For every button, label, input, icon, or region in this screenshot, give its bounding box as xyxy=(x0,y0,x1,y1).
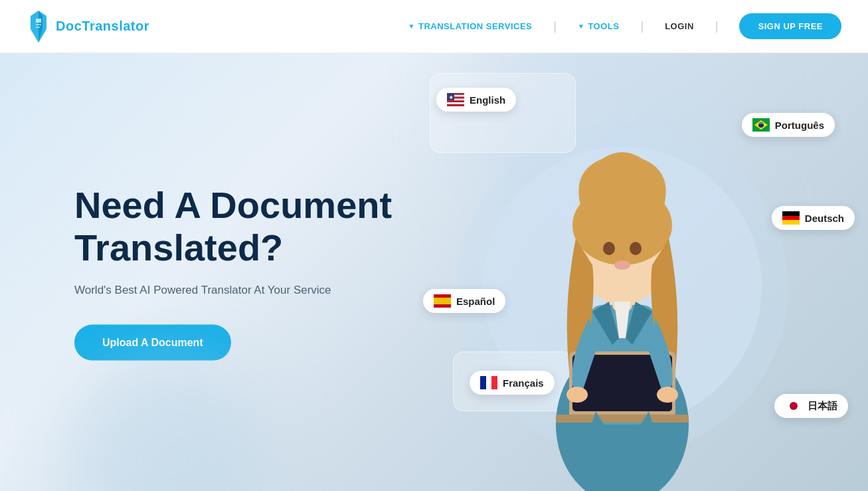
lang-chip-english: ★ English xyxy=(436,88,516,112)
lang-chip-francais: Français xyxy=(470,371,555,395)
lang-label-francais: Français xyxy=(503,377,544,389)
lang-label-deutsch: Deutsch xyxy=(805,213,844,224)
svg-rect-36 xyxy=(480,376,486,389)
logo-icon xyxy=(27,9,50,44)
svg-point-40 xyxy=(790,402,798,410)
svg-point-7 xyxy=(614,260,630,270)
hero-right: ★ English Português xyxy=(416,53,828,491)
hero-section: Need A Document Translated? World's Best… xyxy=(0,53,868,491)
svg-rect-29 xyxy=(782,216,800,220)
svg-rect-10 xyxy=(556,415,689,423)
svg-rect-33 xyxy=(434,298,451,304)
nav-separator-3: | xyxy=(715,19,719,33)
lang-chip-deutsch: Deutsch xyxy=(772,206,855,230)
lang-chip-japanese: 日本語 xyxy=(774,394,848,418)
flag-portuguese xyxy=(752,118,770,132)
chevron-tools-icon: ▼ xyxy=(578,23,584,30)
flag-francais xyxy=(480,376,497,389)
hero-title: Need A Document Translated? xyxy=(74,183,392,269)
svg-rect-20 xyxy=(447,104,464,106)
logo-text: DocTranslator xyxy=(56,19,149,34)
svg-rect-35 xyxy=(434,304,451,308)
logo[interactable]: DocTranslator xyxy=(27,9,149,44)
upload-button[interactable]: Upload A Document xyxy=(74,325,231,361)
svg-point-11 xyxy=(566,387,588,403)
nav-login[interactable]: LOGIN xyxy=(665,21,694,31)
svg-rect-34 xyxy=(434,294,451,298)
svg-rect-18 xyxy=(447,100,464,102)
svg-point-5 xyxy=(603,242,615,255)
lang-chip-espanol: Español xyxy=(423,289,505,313)
signup-button[interactable]: SIGN UP FREE xyxy=(739,13,841,39)
flag-japanese xyxy=(785,399,802,413)
hero-left: Need A Document Translated? World's Best… xyxy=(74,183,392,361)
svg-rect-30 xyxy=(782,220,800,225)
chevron-icon: ▼ xyxy=(408,23,415,30)
translation-services-label: TRANSLATION SERVICES xyxy=(418,21,532,31)
tools-label: TOOLS xyxy=(588,21,619,31)
nav-separator-2: | xyxy=(640,19,644,33)
nav-translation-services[interactable]: ▼ TRANSLATION SERVICES xyxy=(408,21,533,31)
flag-english: ★ xyxy=(447,93,464,106)
nav-separator-1: | xyxy=(553,19,557,33)
hero-title-line2: Translated? xyxy=(74,227,283,268)
svg-rect-38 xyxy=(491,376,497,389)
lang-label-portuguese: Português xyxy=(775,120,824,131)
svg-rect-19 xyxy=(447,102,464,104)
svg-point-6 xyxy=(630,242,642,255)
nav-links: ▼ TRANSLATION SERVICES | ▼ TOOLS | LOGIN… xyxy=(408,13,841,39)
lang-label-espanol: Español xyxy=(456,296,495,307)
svg-point-12 xyxy=(657,387,678,403)
lang-label-english: English xyxy=(470,94,505,106)
hero-subtitle: World's Best AI Powered Translator At Yo… xyxy=(74,284,392,297)
flag-deutsch xyxy=(782,211,800,225)
navbar: DocTranslator ▼ TRANSLATION SERVICES | ▼… xyxy=(0,0,868,53)
nav-tools[interactable]: ▼ TOOLS xyxy=(578,21,619,31)
svg-rect-28 xyxy=(782,211,800,216)
ai-woman-figure xyxy=(509,92,735,491)
svg-text:★: ★ xyxy=(449,95,454,100)
svg-rect-37 xyxy=(486,376,491,389)
flag-espanol xyxy=(434,294,451,308)
woman-svg xyxy=(516,106,729,491)
hero-title-line1: Need A Document xyxy=(74,183,392,225)
lang-label-japanese: 日本語 xyxy=(808,400,837,413)
lang-chip-portuguese: Português xyxy=(742,113,835,137)
